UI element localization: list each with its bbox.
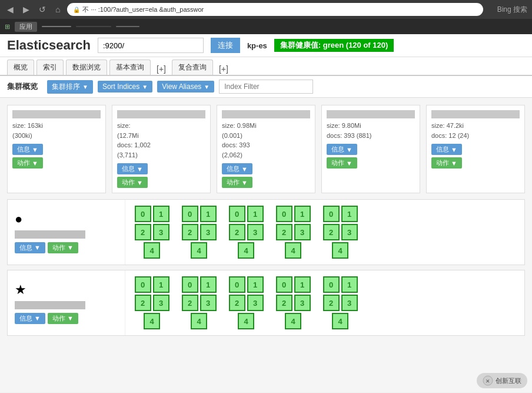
index-stat-docs-3: docs: 393 (222, 140, 310, 150)
shard-cell: 4 (332, 242, 348, 259)
cluster-sort-button[interactable]: 集群排序 ▼ (47, 80, 93, 94)
shard-cell: 0 (323, 206, 340, 222)
shard-col-2-4: 0 1 2 3 4 (272, 276, 314, 329)
shard-cell: 2 (276, 295, 292, 311)
watermark-logo-icon: ✕ (483, 375, 493, 386)
nav-tabs: 概览 索引 数据浏览 基本查询 [+] 复合查询 [+] (0, 57, 532, 76)
shard-left-2: ★ 信息 ▼ 动作 ▼ (8, 270, 125, 335)
bookmarks-bar: ⊞ 应用 (0, 19, 532, 34)
sort-indices-button[interactable]: Sort Indices ▼ (98, 81, 152, 93)
info-button-3[interactable]: 信息 ▼ (222, 163, 252, 174)
index-card-title-2 (117, 110, 205, 118)
shard-cell: 2 (276, 224, 292, 240)
index-card-title-5 (431, 110, 520, 118)
tab-basic-query[interactable]: 基本查询 (109, 60, 151, 75)
info-button-4[interactable]: 信息 ▼ (327, 144, 357, 155)
dropdown-caret: ▼ (32, 146, 38, 153)
action-button-1[interactable]: 动作 ▼ (12, 157, 43, 169)
tab-data-browse[interactable]: 数据浏览 (66, 60, 107, 75)
shard-cell: 0 (323, 276, 340, 293)
shard-col-1-1: 0 1 2 3 4 (131, 206, 172, 259)
shard-action-btn-2[interactable]: 动作 ▼ (48, 313, 78, 324)
tab-plus-2[interactable]: [+] (215, 63, 232, 75)
shard-cell: 3 (153, 295, 169, 311)
forward-button[interactable]: ▶ (21, 4, 32, 15)
index-card-btns-2: 信息 ▼ (117, 163, 205, 174)
bookmark-1[interactable] (42, 26, 71, 27)
shard-cell: 1 (341, 206, 358, 222)
main-content: size: 163ki (300ki) 信息 ▼ 动作 ▼ size: (12.… (0, 98, 532, 392)
shard-section-1: ● 信息 ▼ 动作 ▼ 0 1 2 3 (7, 199, 525, 265)
section-label: 集群概览 (7, 81, 38, 92)
shard-info-btn-1[interactable]: 信息 ▼ (15, 242, 45, 253)
es-url-input[interactable] (98, 38, 204, 53)
shard-cell: 1 (153, 276, 169, 293)
shard-cell: 3 (341, 224, 358, 240)
shard-cell: 0 (135, 206, 151, 222)
toolbar: 集群概览 集群排序 ▼ Sort Indices ▼ View Aliases … (0, 76, 532, 98)
index-card-4: size: 9.80Mi docs: 393 (881) 信息 ▼ 动作 ▼ (321, 105, 420, 193)
tab-index[interactable]: 索引 (36, 60, 64, 75)
lock-icon: 🔒 (73, 6, 80, 13)
address-bar[interactable]: 🔒 不 ··· :100/?auth_user=ela &auth_passwo… (67, 3, 483, 16)
tab-overview[interactable]: 概览 (7, 60, 34, 75)
dropdown-caret: ▼ (137, 166, 143, 173)
shard-col-2-2: 0 1 2 3 4 (178, 276, 220, 329)
node-name-1 (15, 230, 85, 239)
shard-cell: 3 (294, 224, 311, 240)
shard-cell: 1 (153, 206, 169, 222)
index-stat-size-3: size: 0.98Mi (222, 121, 310, 131)
shard-grid: 0 1 2 3 (135, 276, 169, 311)
shard-grid: 0 1 2 3 (276, 206, 311, 240)
view-aliases-button[interactable]: View Aliases ▼ (157, 81, 214, 93)
bookmark-2[interactable] (76, 26, 111, 27)
shard-cell: 1 (200, 276, 217, 293)
shard-cell: 4 (285, 242, 301, 259)
connect-button[interactable]: 连接 (211, 38, 240, 53)
shard-btns-1: 信息 ▼ 动作 ▼ (15, 242, 78, 253)
shard-cell: 3 (200, 295, 217, 311)
shard-cell: 2 (323, 295, 340, 311)
shard-cell: 2 (182, 224, 198, 240)
shard-cell: 1 (200, 206, 217, 222)
shard-grid: 0 1 2 3 (182, 276, 217, 311)
dropdown-caret: ▼ (67, 315, 74, 322)
caret-icon: ▼ (142, 84, 148, 90)
index-card-2: size: (12.7Mi docs: 1,002 (3,711) 信息 ▼ 动… (112, 105, 211, 193)
back-button[interactable]: ◀ (5, 4, 16, 15)
shard-action-btn-1[interactable]: 动作 ▼ (48, 242, 78, 253)
dropdown-caret: ▼ (34, 244, 41, 251)
shard-cell: 3 (341, 295, 358, 311)
shard-info-btn-2[interactable]: 信息 ▼ (15, 313, 45, 324)
dropdown-caret: ▼ (241, 166, 248, 173)
shard-cell: 1 (247, 206, 264, 222)
shard-section-2: ★ 信息 ▼ 动作 ▼ 0 1 2 3 (7, 270, 525, 336)
index-filter-input[interactable] (219, 80, 313, 94)
index-stat-size-1: size: 163ki (12, 121, 101, 131)
watermark-text: 创新互联 (496, 377, 521, 385)
index-stat-size-2: size: (117, 121, 205, 131)
action-button-2[interactable]: 动作 ▼ (117, 177, 148, 188)
bookmark-apps[interactable]: 应用 (15, 22, 37, 32)
home-button[interactable]: ⌂ (53, 4, 62, 15)
tab-complex-query[interactable]: 复合查询 (172, 60, 213, 75)
index-card-1: size: 163ki (300ki) 信息 ▼ 动作 ▼ (7, 105, 106, 193)
node-icon-2: ★ (15, 282, 26, 298)
footer-watermark: ✕ 创新互联 (477, 373, 527, 388)
action-button-5[interactable]: 动作 ▼ (431, 157, 462, 169)
action-button-4[interactable]: 动作 ▼ (327, 157, 357, 169)
shard-cell: 0 (182, 276, 198, 293)
info-button-1[interactable]: 信息 ▼ (12, 144, 43, 155)
tab-plus-1[interactable]: [+] (153, 63, 169, 75)
info-button-5[interactable]: 信息 ▼ (431, 144, 462, 155)
shard-col-1-4: 0 1 2 3 4 (272, 206, 314, 259)
shard-cell: 2 (135, 224, 151, 240)
shard-cell: 3 (247, 224, 264, 240)
dropdown-caret: ▼ (451, 160, 457, 167)
info-button-2[interactable]: 信息 ▼ (117, 163, 148, 174)
action-button-3[interactable]: 动作 ▼ (222, 177, 252, 188)
shard-grid: 0 1 2 3 (182, 206, 217, 240)
shard-grid: 0 1 2 3 (229, 276, 264, 311)
bookmark-3[interactable] (116, 26, 139, 27)
refresh-button[interactable]: ↺ (36, 4, 48, 15)
